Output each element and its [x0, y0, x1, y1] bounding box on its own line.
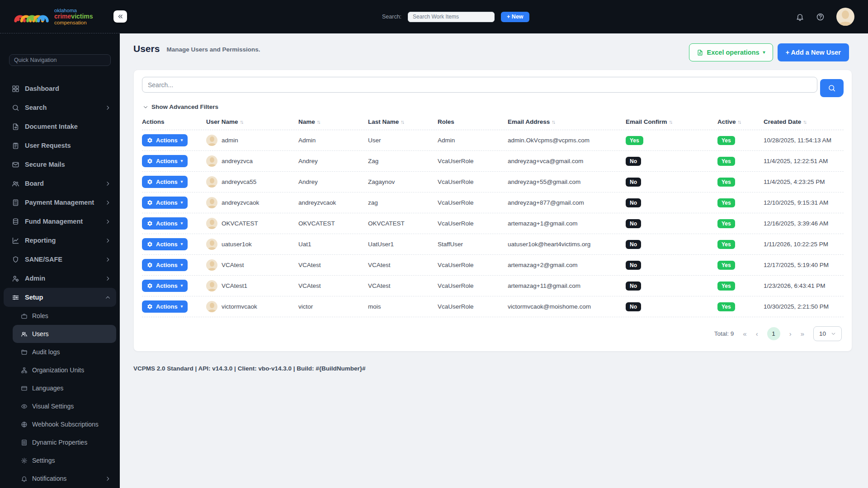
row-actions-button[interactable]: Actions▾	[142, 300, 188, 313]
cell-name: OKVCATEST	[298, 220, 368, 227]
new-work-item-button[interactable]: + New	[501, 12, 529, 22]
sidebar-item-reporting[interactable]: Reporting	[4, 231, 116, 250]
row-avatar	[206, 218, 217, 229]
cell-name: victor	[298, 303, 368, 310]
caret-down-icon: ▾	[181, 242, 183, 246]
sort-arrows-icon: ↑↓	[803, 119, 807, 125]
sidebar-item-board[interactable]: Board	[4, 174, 116, 193]
column-header-active[interactable]: Active↑↓	[717, 118, 764, 125]
column-header-user-name[interactable]: User Name↑↓	[206, 118, 298, 125]
email-confirm-badge: No	[626, 282, 641, 291]
row-avatar	[206, 259, 217, 271]
sidebar-item-audit-logs[interactable]: Audit logs	[13, 343, 116, 361]
sidebar-item-webhook-subscriptions[interactable]: Webhook Subscriptions	[13, 415, 116, 433]
sort-arrows-icon: ↑↓	[240, 119, 244, 125]
sidebar-item-label: Secure Mails	[25, 161, 65, 168]
excel-file-icon	[697, 49, 703, 56]
row-actions-button[interactable]: Actions▾	[142, 155, 188, 167]
add-new-user-button[interactable]: + Add a New User	[778, 43, 849, 61]
pagination-last-button[interactable]: »	[801, 330, 804, 338]
cell-last-name: Zagaynov	[368, 178, 438, 185]
main-content: Users Manage Users and Permissions. Exce…	[120, 33, 868, 488]
table-search-input[interactable]	[142, 77, 817, 93]
page-size-select[interactable]: 10	[813, 326, 842, 341]
caret-down-icon: ▾	[181, 221, 183, 225]
table-header-row: ActionsUser Name↑↓Name↑↓Last Name↑↓Roles…	[142, 115, 844, 130]
sidebar-item-admin[interactable]: Admin	[4, 269, 116, 288]
row-actions-button[interactable]: Actions▾	[142, 280, 188, 292]
chevron-right-icon	[105, 476, 111, 482]
help-icon[interactable]	[816, 13, 825, 21]
sidebar-collapse-button[interactable]	[113, 10, 127, 23]
column-header-created-date[interactable]: Created Date↑↓	[764, 118, 844, 125]
quick-navigation-input[interactable]	[9, 54, 111, 66]
row-avatar	[206, 176, 217, 188]
caret-down-icon: ▾	[181, 201, 183, 205]
column-header-email-confirm[interactable]: Email Confirm↑↓	[626, 118, 717, 125]
sidebar-item-settings[interactable]: Settings	[13, 451, 116, 469]
sidebar-item-dashboard[interactable]: Dashboard	[4, 79, 116, 98]
row-actions-button[interactable]: Actions▾	[142, 134, 188, 146]
column-header-name[interactable]: Name↑↓	[298, 118, 368, 125]
email-confirm-badge: No	[626, 198, 641, 207]
row-actions-button[interactable]: Actions▾	[142, 197, 188, 209]
pagination-first-button[interactable]: «	[743, 330, 746, 338]
sidebar-item-fund-management[interactable]: Fund Management	[4, 212, 116, 231]
column-header-email-address[interactable]: Email Address↑↓	[508, 118, 626, 125]
chevron-down-icon	[831, 331, 836, 336]
cell-last-name: mois	[368, 303, 438, 310]
sort-arrows-icon: ↑↓	[401, 119, 405, 125]
cell-created-date: 1/23/2026, 6:43:41 PM	[764, 282, 844, 289]
row-actions-button[interactable]: Actions▾	[142, 217, 188, 230]
pagination-next-button[interactable]: ›	[789, 330, 792, 338]
row-actions-button[interactable]: Actions▾	[142, 259, 188, 271]
row-actions-button[interactable]: Actions▾	[142, 176, 188, 188]
cell-name: VCAtest	[298, 262, 368, 268]
excel-operations-button[interactable]: Excel operations ▾	[689, 43, 773, 61]
cell-user-name: admin	[222, 137, 238, 144]
sidebar-item-search[interactable]: Search	[4, 98, 116, 117]
sidebar-item-setup[interactable]: Setup	[4, 288, 116, 307]
cell-email: artemazag+2@gmail.com	[508, 262, 626, 268]
search-icon	[828, 84, 836, 92]
sidebar-item-languages[interactable]: Languages	[13, 379, 116, 397]
sidebar-item-secure-mails[interactable]: Secure Mails	[4, 155, 116, 174]
pagination-current-page[interactable]: 1	[767, 327, 780, 340]
sidebar-item-user-requests[interactable]: User Requests	[4, 136, 116, 155]
column-header-last-name[interactable]: Last Name↑↓	[368, 118, 438, 125]
gear-icon	[147, 262, 153, 268]
pagination-prev-button[interactable]: ‹	[756, 330, 758, 338]
sidebar-item-payment-management[interactable]: Payment Management	[4, 193, 116, 212]
sidebar-item-users[interactable]: Users	[13, 325, 116, 343]
bell-icon[interactable]	[796, 13, 804, 21]
caret-down-icon: ▾	[181, 159, 183, 163]
row-actions-button[interactable]: Actions▾	[142, 238, 188, 250]
users-card: Show Advanced Filters ActionsUser Name↑↓…	[133, 70, 852, 352]
sidebar-item-document-intake[interactable]: Document Intake	[4, 117, 116, 136]
table-search-button[interactable]	[820, 79, 844, 97]
show-advanced-filters-toggle[interactable]: Show Advanced Filters	[143, 103, 218, 110]
active-badge: Yes	[717, 240, 735, 249]
sidebar-header: oklahoma crimevictims compensation	[0, 0, 120, 33]
cell-email: victormvcaok@moishome.com	[508, 303, 626, 310]
sidebar-item-sane-safe[interactable]: SANE/SAFE	[4, 250, 116, 269]
sidebar-item-organization-units[interactable]: Organization Units	[13, 361, 116, 379]
user-avatar[interactable]	[836, 8, 854, 26]
sidebar-item-notifications[interactable]: Notifications	[13, 469, 116, 488]
cell-role: VcaUserRole	[438, 199, 508, 206]
sidebar-item-dynamic-properties[interactable]: Dynamic Properties	[13, 433, 116, 451]
cell-created-date: 12/16/2025, 3:39:46 AM	[764, 220, 844, 227]
cell-created-date: 12/17/2025, 5:19:40 PM	[764, 262, 844, 268]
cell-last-name: UatUser1	[368, 241, 438, 248]
caret-down-icon: ▾	[181, 138, 183, 142]
page-title: Users	[133, 43, 160, 54]
sort-arrows-icon: ↑↓	[669, 119, 673, 125]
chevron-up-icon	[105, 295, 111, 300]
cell-last-name: Zag	[368, 158, 438, 164]
sidebar-item-roles[interactable]: Roles	[13, 307, 116, 325]
row-avatar	[206, 239, 217, 250]
global-search-input[interactable]	[408, 12, 495, 22]
table-row: Actions▾victormvcaokvictormoisVcaUserRol…	[142, 296, 844, 317]
sidebar-item-visual-settings[interactable]: Visual Settings	[13, 397, 116, 415]
sidebar-item-label: Reporting	[25, 237, 56, 244]
